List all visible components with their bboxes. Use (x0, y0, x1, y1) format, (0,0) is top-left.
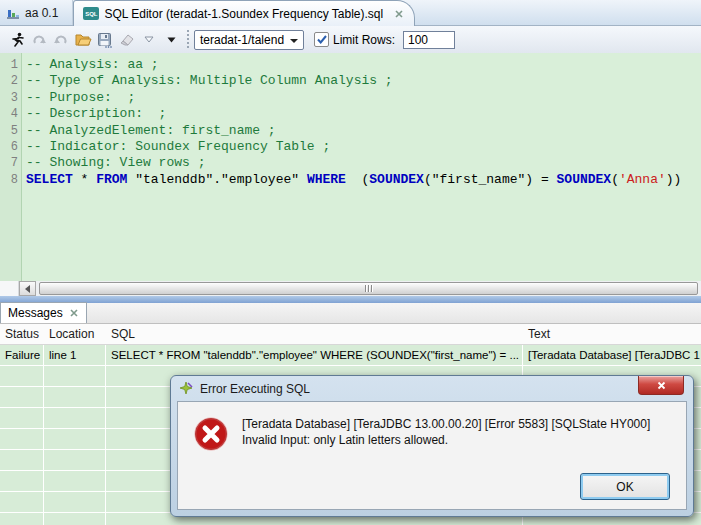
eraser-icon (119, 33, 135, 47)
checkmark-icon (317, 35, 327, 44)
code-text: -- AnalyzedElement: first_name ; (21, 123, 276, 139)
limit-rows-value: 100 (408, 33, 428, 47)
clear-editor-button[interactable] (116, 29, 138, 51)
code-text: -- Description: ; (21, 106, 166, 122)
code-line: 6-- Indicator: Soundex Frequency Table ; (0, 139, 701, 155)
cell-location (44, 450, 106, 470)
save-icon (97, 32, 113, 48)
code-text: -- Showing: View rows ; (21, 155, 205, 171)
scroll-left-arrow-icon (25, 285, 30, 293)
cell-text: [Teradata Database] [TeraJDBC 1 (523, 345, 701, 365)
error-icon (194, 417, 228, 451)
limit-rows-input[interactable]: 100 (403, 31, 455, 49)
code-token-keyword: WHERE (307, 172, 346, 187)
cell-location (44, 387, 106, 407)
scrollbar-corner (0, 281, 19, 296)
connection-combo[interactable]: teradat-1/talend (194, 30, 304, 50)
column-header-sql[interactable]: SQL (106, 327, 523, 341)
code-token-keyword: SOUNDEX (557, 172, 612, 187)
line-number: 6 (0, 139, 21, 155)
sql-code-editor[interactable]: 1-- Analysis: aa ;2-- Type of Analysis: … (0, 53, 701, 281)
sql-file-icon: SQL (83, 7, 99, 20)
cell-status: Failure (0, 345, 44, 365)
tab-messages-label: Messages (8, 306, 63, 320)
code-line: 3-- Purpose: ; (0, 90, 701, 106)
cell-status (0, 408, 44, 428)
tab-analysis[interactable]: aa 0.1 (0, 0, 73, 25)
error-dialog: Error Executing SQL [Teradata Database] … (170, 375, 694, 517)
run-icon (9, 32, 25, 48)
cell-sql: SELECT * FROM "talenddb"."employee" WHER… (106, 345, 523, 365)
dialog-close-icon (657, 381, 666, 390)
line-number: 2 (0, 73, 21, 89)
table-row[interactable]: Failureline 1SELECT * FROM "talenddb"."e… (0, 345, 701, 366)
dialog-body: [Teradata Database] [TeraJDBC 13.00.00.2… (177, 401, 687, 510)
messages-close-icon[interactable] (69, 308, 79, 318)
code-token-plain: ( (611, 172, 619, 187)
editor-menu-dropdown[interactable] (138, 29, 160, 51)
code-token-keyword: SELECT (26, 172, 73, 187)
code-text: -- Analysis: aa ; (21, 57, 159, 73)
dialog-titlebar[interactable]: Error Executing SQL (171, 376, 693, 401)
limit-rows-checkbox[interactable] (314, 32, 329, 47)
code-line: 1-- Analysis: aa ; (0, 57, 701, 73)
column-header-text[interactable]: Text (523, 327, 701, 341)
toolbar-overflow-dropdown[interactable] (160, 29, 182, 51)
code-token-comment: -- Description: ; (26, 106, 166, 121)
view-sash[interactable] (0, 296, 701, 303)
combo-arrow-icon (290, 39, 298, 43)
line-number: 1 (0, 57, 21, 73)
cell-location (44, 366, 106, 386)
step-forward-icon (31, 32, 47, 48)
toolbar-separator (187, 30, 189, 50)
code-token-plain: ( (346, 172, 369, 187)
chevron-down-icon (167, 37, 176, 43)
cell-location (44, 408, 106, 428)
code-token-comment: -- Analysis: aa ; (26, 57, 159, 72)
ok-button[interactable]: OK (580, 473, 670, 500)
line-number: 5 (0, 123, 21, 139)
code-token-plain: "talenddb"."employee" (127, 172, 306, 187)
scroll-left-button[interactable] (19, 281, 36, 296)
code-line: 8SELECT * FROM "talenddb"."employee" WHE… (0, 172, 701, 188)
line-number: 4 (0, 106, 21, 122)
scrollbar-thumb[interactable] (39, 282, 698, 295)
code-token-string: 'Anna' (619, 172, 666, 187)
dialog-close-button[interactable] (638, 376, 684, 395)
cell-location (44, 429, 106, 449)
tab-close-icon[interactable] (394, 9, 404, 19)
sql-editor-window: aa 0.1 SQL SQL Editor (teradat-1.Soundex… (0, 0, 701, 525)
tab-messages[interactable]: Messages (0, 302, 87, 323)
step-back-button[interactable] (50, 29, 72, 51)
code-token-comment: -- Type of Analysis: Multiple Column Ana… (26, 73, 393, 88)
tab-analysis-label: aa 0.1 (25, 6, 58, 20)
cell-location (44, 513, 106, 525)
column-header-status[interactable]: Status (0, 327, 44, 341)
cell-status (0, 429, 44, 449)
run-sql-button[interactable] (6, 29, 28, 51)
code-token-plain: * (73, 172, 96, 187)
code-token-comment: -- Purpose: ; (26, 90, 135, 105)
editor-tab-bar: aa 0.1 SQL SQL Editor (teradat-1.Soundex… (0, 0, 701, 26)
line-number: 7 (0, 155, 21, 171)
step-forward-button[interactable] (28, 29, 50, 51)
limit-rows-label: Limit Rows: (333, 33, 395, 47)
editor-horizontal-scrollbar[interactable] (0, 281, 701, 296)
code-token-plain: )) (666, 172, 682, 187)
cell-status (0, 450, 44, 470)
open-file-button[interactable] (72, 29, 94, 51)
cell-status (0, 492, 44, 512)
code-token-plain: ("first_name") = (424, 172, 557, 187)
scrollbar-track[interactable] (36, 281, 701, 296)
messages-tab-bar: Messages (0, 303, 701, 324)
code-token-keyword: SOUNDEX (369, 172, 424, 187)
open-folder-icon (75, 32, 92, 47)
column-header-location[interactable]: Location (44, 327, 106, 341)
save-button[interactable] (94, 29, 116, 51)
code-line: 5-- AnalyzedElement: first_name ; (0, 123, 701, 139)
line-number: 8 (0, 172, 21, 188)
tab-sql-editor[interactable]: SQL SQL Editor (teradat-1.Soundex Freque… (73, 0, 415, 26)
dialog-title: Error Executing SQL (200, 382, 685, 396)
code-text: -- Indicator: Soundex Frequency Table ; (21, 139, 330, 155)
connection-combo-value: teradat-1/talend (200, 33, 284, 47)
